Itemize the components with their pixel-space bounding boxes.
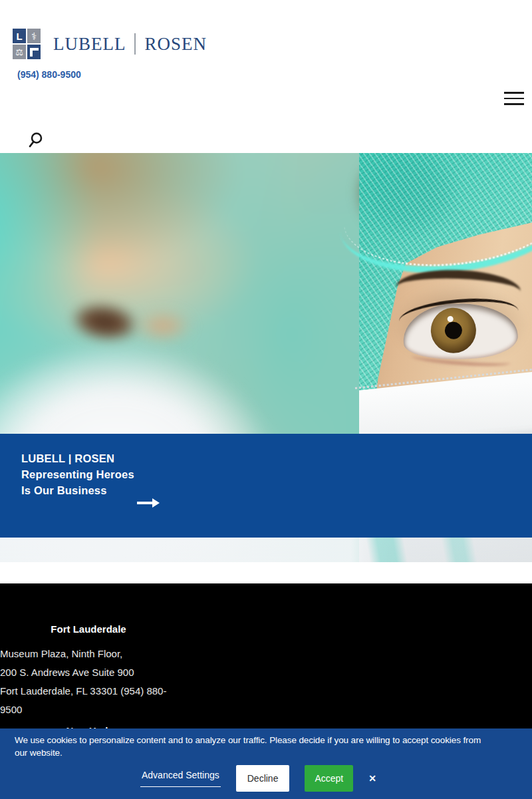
corner-glyph: [30, 48, 39, 57]
accept-button[interactable]: Accept: [305, 765, 353, 792]
caduceus-icon: ⚕: [27, 29, 41, 43]
address-line: 9500: [0, 701, 177, 719]
office-address-fort-lauderdale: Museum Plaza, Ninth Floor, 200 S. Andrew…: [0, 645, 177, 719]
logo-word-lubell: LUBELL: [53, 34, 126, 55]
office-city-fort-lauderdale: Fort Lauderdale: [0, 623, 177, 635]
decline-button[interactable]: Decline: [236, 765, 290, 792]
search-icon: [27, 131, 45, 149]
logo-icon: L ⚕ ⚖: [13, 29, 41, 59]
menu-button[interactable]: [504, 92, 524, 106]
menu-bar: [504, 92, 524, 94]
phone-link[interactable]: (954) 880-9500: [17, 69, 81, 80]
hero-title-line2: Representing Heroes: [21, 466, 134, 482]
search-button[interactable]: [27, 131, 45, 149]
hero-bottom-wash: [0, 538, 532, 562]
hero-title-line1: LUBELL | ROSEN: [21, 450, 134, 466]
logo-corner-tile: [27, 45, 41, 59]
address-line: Museum Plaza, Ninth Floor,: [0, 645, 177, 663]
address-line: 200 S. Andrews Ave Suite 900: [0, 663, 177, 682]
advanced-settings-link[interactable]: Advanced Settings: [140, 770, 221, 787]
logo[interactable]: L ⚕ ⚖ LUBELL ROSEN: [13, 29, 207, 59]
logo-letter-tile: L: [13, 29, 26, 43]
background-surgeon-cheek: [133, 309, 193, 343]
menu-bar: [504, 98, 524, 100]
hero-title: LUBELL | ROSEN Representing Heroes Is Ou…: [21, 450, 134, 498]
hero-title-line3: Is Our Business: [21, 482, 134, 498]
site-header: L ⚕ ⚖ LUBELL ROSEN (954) 880-9500: [0, 0, 532, 153]
logo-wordmark: LUBELL ROSEN: [53, 33, 207, 55]
scales-icon: ⚖: [13, 45, 26, 59]
close-icon[interactable]: ✕: [368, 774, 376, 783]
logo-word-rosen: ROSEN: [144, 34, 207, 55]
hero-slider: LUBELL | ROSEN Representing Heroes Is Ou…: [0, 153, 532, 562]
address-line: Fort Lauderdale, FL 33301 (954) 880-: [0, 682, 177, 701]
hero-overlay-band: LUBELL | ROSEN Representing Heroes Is Ou…: [0, 434, 532, 538]
logo-separator: [134, 33, 136, 55]
cookie-banner: We use cookies to personalize content an…: [0, 728, 532, 799]
cookie-message: We use cookies to personalize content an…: [15, 734, 495, 759]
arrow-right-icon[interactable]: [137, 502, 153, 504]
cookie-actions: Advanced Settings Decline Accept ✕: [21, 765, 495, 792]
menu-bar: [504, 103, 524, 105]
office-column: Fort Lauderdale Museum Plaza, Ninth Floo…: [0, 583, 177, 736]
